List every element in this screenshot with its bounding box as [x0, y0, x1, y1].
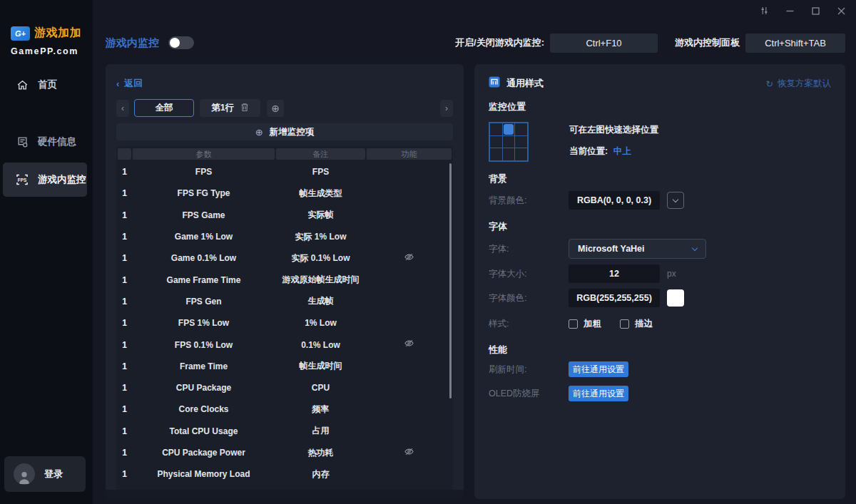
app-window: G+ 游戏加加 GamePP.com 首页 硬件信息 FPS 游戏内监控 [0, 0, 856, 504]
font-color-input[interactable]: RGB(255,255,255) [569, 289, 660, 307]
settings-sliders-icon[interactable] [760, 6, 769, 16]
table-row[interactable]: 1FPSFPS [118, 161, 452, 182]
tabs-scroll-right-button[interactable]: › [440, 100, 453, 117]
logo: G+ 游戏加加 GamePP.com [0, 0, 93, 56]
add-monitor-item-button[interactable]: ⊕ 新增监控项 [116, 123, 453, 140]
column-header-note: 备注 [276, 148, 365, 160]
trash-icon[interactable] [240, 103, 249, 114]
position-cell[interactable] [490, 148, 502, 160]
table-row[interactable]: 1FPS 1% Low1% Low [118, 312, 452, 334]
fps-monitor-icon: FPS [16, 173, 29, 186]
row-count: 1 [118, 426, 131, 436]
row-note: 帧生成时间 [276, 360, 365, 372]
sidebar-item-game-monitor[interactable]: FPS 游戏内监控 [3, 163, 87, 197]
row-note: 频率 [276, 403, 365, 416]
tab-all[interactable]: 全部 [134, 99, 194, 117]
row-count: 1 [118, 297, 131, 307]
table-row[interactable]: 1CPU Package Power热功耗 [118, 442, 452, 463]
sidebar: G+ 游戏加加 GamePP.com 首页 硬件信息 FPS 游戏内监控 [0, 0, 93, 504]
circle-plus-icon: ⊕ [255, 127, 263, 138]
avatar-icon [14, 463, 35, 485]
row-func[interactable] [367, 338, 452, 351]
table-row[interactable]: 1Frame Time帧生成时间 [118, 356, 452, 377]
outline-label: 描边 [635, 318, 653, 330]
style-panel-icon [489, 76, 500, 91]
logo-brand: 游戏加加 [34, 26, 81, 41]
position-cell[interactable] [490, 136, 502, 148]
eye-off-icon [404, 252, 414, 265]
font-size-input[interactable]: 12 [569, 264, 660, 283]
row-note: 内存 [276, 468, 365, 480]
table-row[interactable]: 1CPU PackageCPU [118, 377, 452, 398]
content: ‹ 返回 ‹ 全部 第1行 ⊕ › [93, 64, 856, 499]
sidebar-item-hardware[interactable]: 硬件信息 [3, 125, 87, 159]
position-grid [489, 122, 529, 162]
row-param: CPU Package [133, 383, 275, 393]
hotkey-panel-button[interactable]: Ctrl+Shift+TAB [745, 34, 845, 53]
font-family-label: 字体: [489, 243, 569, 255]
row-param: Game 0.1% Low [133, 253, 275, 263]
monitor-items-table: 参数 备注 功能 1FPSFPS1FPS FG Type帧生成类型1FPS Ga… [116, 146, 453, 493]
tabs-scroll-left-button[interactable]: ‹ [116, 100, 129, 117]
row-param: Physical Memory Load [133, 469, 275, 479]
back-link[interactable]: ‹ 返回 [116, 77, 453, 90]
tab-row-1[interactable]: 第1行 [200, 99, 260, 117]
row-note: 游戏原始帧生成时间 [276, 274, 365, 286]
row-count: 1 [118, 448, 131, 458]
position-cell[interactable] [515, 148, 527, 160]
row-note: 热功耗 [276, 447, 365, 459]
position-cell[interactable] [503, 148, 515, 160]
login-label: 登录 [44, 468, 63, 480]
position-cell[interactable] [503, 123, 515, 135]
login-button[interactable]: 登录 [4, 456, 86, 492]
monitor-toggle[interactable] [168, 36, 194, 49]
table-row[interactable]: 1FPS Gen生成帧 [118, 291, 452, 312]
row-note: 实际帧 [276, 209, 365, 221]
table-header: 参数 备注 功能 [118, 148, 452, 160]
table-row[interactable]: 1Physical Memory Load内存 [118, 463, 452, 485]
oled-settings-button[interactable]: 前往通用设置 [569, 386, 628, 401]
row-param: FPS [133, 167, 275, 177]
table-scrollbar-thumb[interactable] [449, 163, 452, 398]
table-row[interactable]: 1FPS Game实际帧 [118, 205, 452, 226]
outline-checkbox[interactable] [620, 319, 629, 329]
add-tab-button[interactable]: ⊕ [267, 100, 284, 117]
section-background: 背景 [489, 173, 831, 185]
page-title: 游戏内监控 [106, 36, 159, 50]
background-color-input[interactable]: RGBA(0, 0, 0, 0.3) [569, 191, 660, 210]
minimize-icon[interactable] [785, 6, 795, 16]
refresh-time-settings-button[interactable]: 前往通用设置 [569, 361, 628, 377]
background-color-dropdown-button[interactable] [667, 192, 684, 209]
position-cell[interactable] [515, 123, 527, 135]
table-row[interactable]: 1Game Frame Time游戏原始帧生成时间 [118, 269, 452, 290]
hotkey-panel-label: 游戏内控制面板 [675, 36, 740, 49]
font-color-swatch[interactable] [667, 289, 684, 307]
font-family-select[interactable]: Microsoft YaHei [569, 239, 706, 259]
table-row[interactable]: 1Total CPU Usage占用 [118, 421, 452, 442]
eye-off-icon [404, 446, 414, 460]
hotkey-toggle-button[interactable]: Ctrl+F10 [550, 34, 658, 53]
table-row[interactable]: 1Game 1% Low实际 1% Low [118, 226, 452, 247]
style-panel-title: 通用样式 [506, 77, 544, 90]
maximize-icon[interactable] [811, 6, 820, 16]
sidebar-item-label: 游戏内监控 [38, 173, 86, 186]
table-row[interactable]: 1Game 0.1% Low实际 0.1% Low [118, 247, 452, 269]
bold-checkbox[interactable] [569, 319, 578, 329]
position-cell[interactable] [515, 136, 527, 148]
close-icon[interactable] [837, 6, 846, 16]
position-cell[interactable] [503, 136, 515, 148]
table-row[interactable]: 1FPS 0.1% Low0.1% Low [118, 334, 452, 355]
position-cell[interactable] [490, 123, 502, 135]
table-row[interactable]: 1Core Clocks频率 [118, 398, 452, 420]
hardware-info-icon [16, 135, 29, 148]
circle-plus-icon: ⊕ [271, 103, 280, 114]
sidebar-item-home[interactable]: 首页 [3, 68, 87, 102]
row-note: CPU [276, 383, 365, 393]
reset-default-label: 恢复方案默认 [778, 78, 831, 90]
row-func[interactable] [367, 446, 452, 460]
row-func[interactable] [367, 252, 452, 265]
table-body: 1FPSFPS1FPS FG Type帧生成类型1FPS Game实际帧1Gam… [118, 161, 452, 485]
reset-default-link[interactable]: ↻ 恢复方案默认 [766, 78, 831, 90]
row-param: FPS FG Type [133, 188, 275, 198]
table-row[interactable]: 1FPS FG Type帧生成类型 [118, 182, 452, 204]
